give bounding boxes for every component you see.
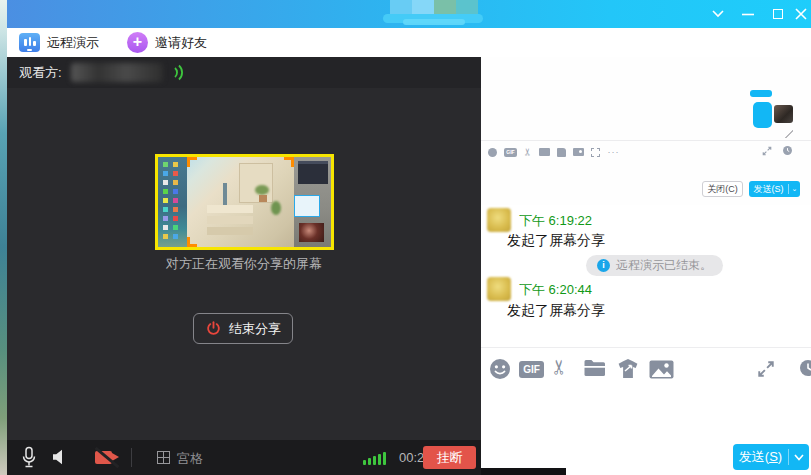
grid-layout-label[interactable]: 宫格: [177, 450, 203, 468]
mini-chat-toolbar: GIF ✂ ···: [488, 145, 619, 159]
app-window: 远程演示 + 邀请好友 观看方:: [0, 0, 811, 475]
expand-icon[interactable]: [757, 360, 775, 382]
chevron-down-icon[interactable]: [703, 0, 733, 28]
shared-screen-thumbnail: [155, 154, 334, 250]
mini-close-button: 关闭(C): [702, 181, 743, 197]
hangup-button[interactable]: 挂断: [423, 446, 476, 469]
mini-gif-icon: GIF: [504, 148, 517, 157]
avatar[interactable]: [487, 208, 511, 232]
shake-nudge-icon[interactable]: [616, 358, 640, 383]
chat-panel: GIF ✂ ··· 关闭(C) 发送(S) ⌄: [481, 57, 811, 475]
window-bottom-edge: [481, 468, 566, 475]
viewer-name-redacted: [71, 63, 163, 82]
divider: [131, 448, 132, 467]
system-notice: i 远程演示已结束。: [586, 255, 723, 276]
titlebar-decor: [456, 0, 478, 14]
mini-more-icon: ···: [607, 147, 619, 157]
network-signal-icon: [363, 451, 386, 465]
power-icon: [205, 320, 222, 337]
mini-nudge-icon: [557, 148, 566, 157]
titlebar-decor: [390, 0, 412, 14]
image-icon[interactable]: [649, 360, 674, 383]
message-time: 下午 6:20:44: [519, 281, 592, 299]
message-text: 发起了屏幕分享: [507, 232, 605, 250]
mini-chat-bubble: [750, 90, 772, 97]
thumb-artwork: [187, 157, 294, 247]
mini-divider: [481, 140, 811, 141]
mini-expand-icon: [762, 146, 772, 156]
speaking-indicator-icon: [172, 64, 185, 81]
message-time: 下午 6:19:22: [519, 212, 592, 230]
mini-clock-icon: [782, 145, 793, 156]
screenshot-scissors-icon[interactable]: ✂: [549, 359, 569, 376]
titlebar-decor: [412, 0, 434, 14]
thumb-side-windows: [294, 157, 331, 247]
mini-resize-handle: [784, 129, 793, 138]
send-button[interactable]: 发送(S): [733, 444, 809, 470]
selection-corner: [187, 237, 197, 247]
system-notice-text: 远程演示已结束。: [616, 257, 712, 274]
invite-friends-button[interactable]: + 邀请好友: [127, 32, 207, 53]
window-controls: [703, 0, 811, 28]
app-toolbar: 远程演示 + 邀请好友: [7, 28, 811, 57]
plus-circle-icon: +: [127, 32, 148, 53]
mini-screenshot-icon: ✂: [523, 148, 533, 156]
chat-image-message[interactable]: GIF ✂ ··· 关闭(C) 发送(S) ⌄: [481, 57, 811, 205]
microphone-button[interactable]: [21, 446, 37, 473]
mini-chat-bubble: [753, 102, 772, 128]
mini-avatar: [774, 105, 793, 123]
mini-folder-icon: [539, 148, 550, 156]
gif-icon[interactable]: GIF: [519, 361, 544, 378]
end-share-label: 结束分享: [229, 320, 281, 338]
titlebar-decor: [403, 19, 465, 25]
mini-send-button: 发送(S) ⌄: [749, 181, 800, 197]
selection-corner: [284, 157, 294, 167]
send-file-folder-icon[interactable]: [583, 358, 607, 382]
av-control-bar: 宫格 00:28 挂断: [7, 440, 481, 475]
end-share-button[interactable]: 结束分享: [193, 313, 293, 344]
speaker-button[interactable]: [51, 449, 67, 469]
invite-friends-label: 邀请好友: [155, 34, 207, 52]
viewer-bar: 观看方:: [7, 57, 481, 88]
send-options-chevron-icon[interactable]: [789, 454, 809, 461]
avatar[interactable]: [487, 277, 511, 301]
presentation-monitor-icon: [19, 33, 40, 52]
remote-demo-button[interactable]: 远程演示: [19, 33, 99, 52]
thumb-desktop-icons: [158, 157, 187, 247]
grid-layout-icon[interactable]: [157, 451, 170, 464]
message-text: 发起了屏幕分享: [507, 302, 605, 320]
close-button[interactable]: [793, 0, 811, 28]
maximize-button[interactable]: [763, 0, 793, 28]
watching-status-text: 对方正在观看你分享的屏幕: [7, 255, 481, 273]
screen-share-panel: 观看方: 对方正在观看你分享的屏幕: [7, 57, 481, 475]
mini-emoji-icon: [488, 148, 497, 157]
mini-window-icon: [591, 148, 600, 157]
emoji-icon[interactable]: [489, 358, 511, 384]
remote-demo-label: 远程演示: [47, 34, 99, 52]
send-label: 发送(S): [733, 448, 788, 466]
mini-toolbar-right: [762, 145, 793, 156]
window-titlebar: [7, 0, 811, 28]
minimize-button[interactable]: [733, 0, 763, 28]
selection-corner: [187, 157, 197, 167]
info-icon: i: [597, 259, 610, 272]
divider: [481, 347, 811, 348]
viewer-label: 观看方:: [19, 64, 62, 82]
history-clock-icon[interactable]: [799, 359, 811, 381]
camera-off-button[interactable]: [93, 448, 123, 467]
desktop-wallpaper-strip: [0, 0, 7, 475]
mini-image-icon: [573, 148, 584, 156]
titlebar-decor: [434, 0, 456, 14]
